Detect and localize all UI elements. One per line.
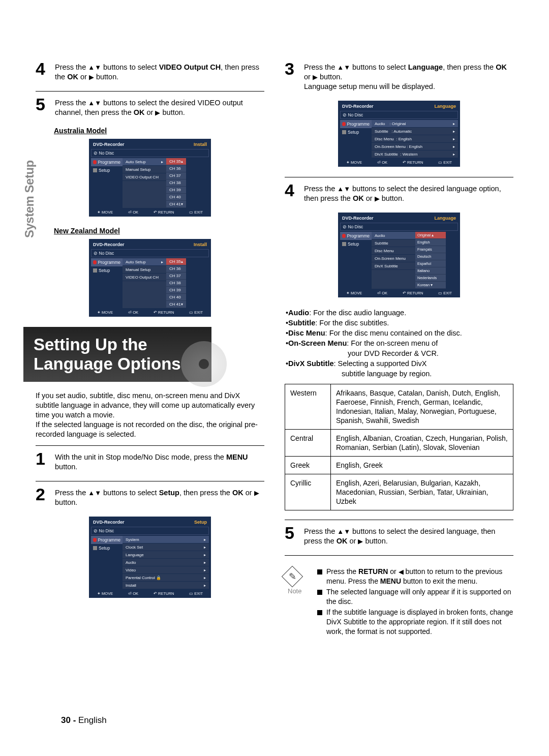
t: button.	[380, 194, 404, 202]
region-name: Greek	[285, 457, 331, 474]
t: Press the	[304, 185, 337, 193]
t: or	[364, 194, 375, 202]
t: With the unit in Stop mode/No Disc mode,…	[55, 453, 226, 461]
rec-icon	[93, 160, 97, 164]
t: button.	[55, 463, 77, 471]
region-langs: English, Albanian, Croatian, Czech, Hung…	[331, 430, 513, 457]
def-desc: : For the disc menu contained on the dis…	[325, 328, 462, 338]
t: Setup	[159, 489, 179, 497]
osd-language-1: DVD-RecorderLanguage ⊘ No Disc Programme…	[338, 101, 460, 167]
lang-step-2: 2 Press the ▲▼ buttons to select Setup, …	[36, 487, 264, 507]
osd-side-item: Setup	[340, 128, 372, 136]
bullet-icon	[317, 590, 322, 595]
t: buttons to select	[350, 63, 408, 71]
osd-title: DVD-Recorder	[342, 104, 374, 109]
osd-foot-exit: ▭ EXIT	[189, 591, 203, 596]
osd-menu-item: Auto Setup▸	[123, 158, 166, 166]
osd-channel: CH 37	[166, 172, 186, 179]
def-desc: : For the disc subtitles.	[315, 318, 389, 328]
section-side-label: System Setup	[22, 136, 37, 238]
osd-lang-option: Original ▴	[415, 232, 446, 239]
osd-lang-row: On-Screen Menu : English▸	[372, 143, 458, 150]
step-number: 5	[36, 97, 50, 117]
left-step-5: 5 Press the ▲▼ buttons to select the des…	[36, 97, 264, 117]
page-number: 30 -	[61, 715, 76, 725]
osd-side-item: Setup	[340, 240, 372, 248]
osd-foot-return: ↶ RETURN	[154, 310, 174, 315]
osd-menu-item: Install▸	[123, 582, 209, 589]
osd-foot-ok: ⏎ OK	[377, 160, 387, 165]
play-icon: ▶	[254, 489, 259, 497]
play-icon: ▶	[375, 195, 380, 202]
osd-install-aus: DVD-RecorderInstall ⊘ No Disc Programme …	[89, 139, 211, 217]
left-icon: ◀	[399, 568, 404, 576]
osd-foot-ok: ⏎ OK	[377, 291, 387, 295]
def-desc: your DVD Recorder & VCR.	[285, 348, 513, 358]
intro-paragraph: If you set audio, subtitle, disc menu, o…	[36, 391, 264, 439]
osd-setup: DVD-RecorderSetup ⊘ No Disc Programme Se…	[89, 517, 211, 598]
updown-icon: ▲▼	[88, 99, 101, 107]
note-item: Press the RETURN or ◀ button to return t…	[317, 567, 513, 586]
osd-nodisc: No Disc	[99, 150, 114, 156]
osd-menu-item: Subtitle	[372, 239, 415, 247]
t: VIDEO Output CH	[159, 63, 221, 71]
t: Press the	[304, 527, 337, 535]
osd-channel: CH 35▴	[166, 158, 186, 165]
osd-channel: CH 36	[166, 265, 186, 273]
osd-side-item: Programme	[91, 536, 123, 544]
osd-title: DVD-Recorder	[93, 142, 125, 147]
osd-side-item: Programme	[340, 232, 372, 240]
osd-menu-item: Audio	[372, 232, 415, 239]
region-table: WesternAfrikaans, Basque, Catalan, Danis…	[285, 384, 513, 510]
osd-side-item: Programme	[340, 120, 372, 128]
t: Language setup menu will be displayed.	[304, 82, 435, 90]
osd-foot-return: ↶ RETURN	[154, 591, 174, 596]
osd-foot-exit: ▭ EXIT	[438, 160, 452, 165]
updown-icon: ▲▼	[337, 64, 350, 71]
t: OK	[496, 63, 507, 71]
disc-icon	[181, 341, 227, 387]
osd-foot-return: ↶ RETURN	[403, 160, 423, 165]
gear-icon	[93, 546, 97, 550]
osd-channel: CH 41▾	[166, 201, 186, 208]
osd-menu-item: Manual Setup	[123, 166, 166, 173]
t: or	[243, 489, 254, 497]
region-name: Western	[285, 384, 331, 430]
rec-icon	[93, 538, 97, 542]
osd-title: DVD-Recorder	[93, 520, 125, 525]
t: OK	[232, 489, 243, 497]
osd-side-item: Setup	[91, 544, 123, 552]
def-desc: subtitle language by region.	[285, 369, 513, 379]
osd-lang-option: Español	[415, 260, 446, 267]
def-desc: : For the disc audio language.	[309, 308, 406, 318]
left-step-4: 4 Press the ▲▼ buttons to select VIDEO O…	[36, 61, 264, 82]
left-column: 4 Press the ▲▼ buttons to select VIDEO O…	[36, 61, 264, 638]
osd-channel: CH 38	[166, 280, 186, 287]
definition-list: • Audio : For the disc audio language. •…	[285, 308, 513, 379]
note-item: If the subtitle language is displayed in…	[317, 608, 513, 637]
gear-icon	[93, 268, 97, 273]
osd-menu-item: Parental Control 🔒▸	[123, 574, 209, 582]
osd-mode: Setup	[194, 520, 207, 525]
australia-model-label: Australia Model	[54, 127, 264, 135]
t: or	[145, 108, 156, 116]
osd-language-2: DVD-RecorderLanguage ⊘ No Disc Programme…	[338, 213, 460, 297]
rec-icon	[93, 260, 97, 264]
osd-channel: CH 39	[166, 287, 186, 294]
def-term: Subtitle	[288, 318, 315, 328]
table-row: CyrillicEnglish, Azeri, Belarusian, Bulg…	[285, 474, 513, 510]
osd-channel: CH 35▴	[166, 258, 186, 265]
t: Press the	[55, 489, 88, 497]
t: button.	[160, 108, 185, 116]
osd-foot-move: ✦ MOVE	[97, 591, 113, 596]
osd-mode: Install	[194, 242, 207, 247]
osd-mode: Language	[434, 216, 456, 221]
play-icon: ▶	[155, 109, 160, 116]
osd-channel: CH 40	[166, 194, 186, 201]
t: Language	[408, 63, 443, 71]
t: Press the	[55, 99, 88, 107]
gear-icon	[342, 130, 346, 134]
osd-lang-option: Korean ▾	[415, 282, 446, 289]
note-label: Note	[288, 587, 310, 638]
updown-icon: ▲▼	[337, 528, 350, 535]
